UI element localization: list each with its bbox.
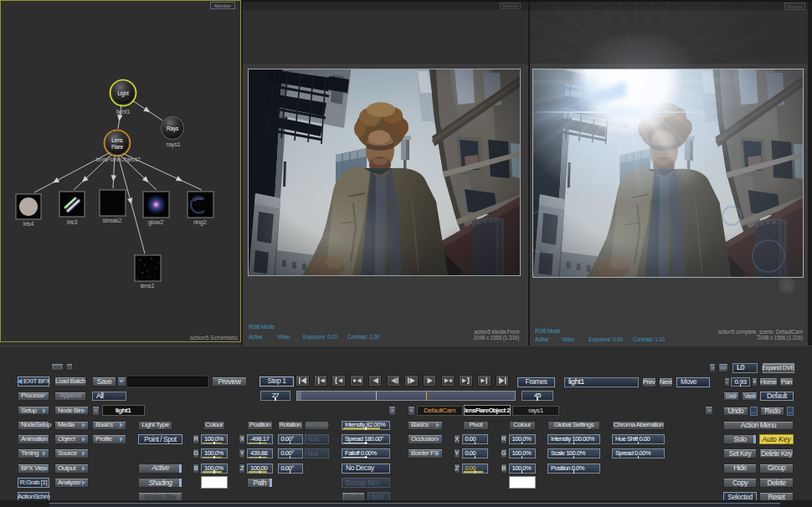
svg-text:iris3: iris3 [67,218,78,226]
svg-text:lensFlareObject2: lensFlareObject2 [96,156,141,163]
svg-text:ring2: ring2 [193,218,207,226]
svg-text:Lens: Lens [111,137,123,143]
svg-text:lens1: lens1 [141,282,155,289]
svg-text:glow2: glow2 [148,218,163,226]
svg-text:light1: light1 [116,108,131,115]
svg-text:Light: Light [117,90,128,97]
svg-text:Flare: Flare [111,144,123,150]
svg-text:streak2: streak2 [103,217,122,224]
svg-text:rays1: rays1 [166,141,180,148]
svg-text:iris4: iris4 [23,220,34,228]
svg-text:Rays: Rays [167,125,179,132]
